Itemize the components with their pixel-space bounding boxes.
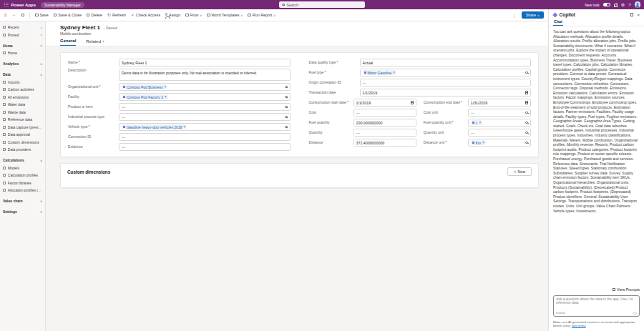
industrial-process-type-lookup[interactable]: --- <box>119 113 291 121</box>
evidence-input[interactable]: --- <box>119 143 291 151</box>
sidebar-group-home[interactable]: Home ∧ <box>0 41 45 49</box>
sidebar-item-custom-dimensions[interactable]: Custom dimensions <box>0 139 45 147</box>
quantity-unit-lookup[interactable]: --- <box>468 129 531 137</box>
sidebar-item-data-capture[interactable]: Data capture (preview) <box>0 124 45 132</box>
sidebar-item-factor-libraries[interactable]: Factor libraries <box>0 179 45 187</box>
waffle-menu-icon[interactable] <box>4 2 9 7</box>
remove-value-icon[interactable]: × <box>183 125 185 129</box>
delete-button[interactable]: Delete <box>87 13 102 17</box>
sidebar-item-carbon-activities[interactable]: Carbon activities <box>0 86 45 94</box>
word-templates-button[interactable]: Word Templates∨ <box>207 13 243 17</box>
tab-chat[interactable]: Chat <box>553 19 563 26</box>
refresh-button[interactable]: ↻Refresh <box>107 13 126 17</box>
lookup-chip[interactable]: L× <box>471 120 482 125</box>
lookup-chip[interactable]: Motor Gasoline× <box>363 70 396 75</box>
sidebar-item-calculation-profiles[interactable]: Calculation profiles <box>0 172 45 179</box>
remove-value-icon[interactable]: × <box>479 121 481 124</box>
view-prompts-button[interactable]: View Prompts <box>613 287 640 292</box>
new-button[interactable]: + New <box>507 167 532 176</box>
share-button[interactable]: Share∨ <box>522 11 544 19</box>
data-quality-type-select[interactable]: Actual <box>360 59 532 66</box>
assign-button[interactable]: Assign <box>165 13 180 17</box>
calendar-icon[interactable] <box>525 101 528 104</box>
brand-label[interactable]: Power Apps <box>11 3 36 7</box>
description-input[interactable]: Demo data is for illustration purposes o… <box>119 69 291 81</box>
save-button[interactable]: Save <box>35 13 49 17</box>
calendar-icon[interactable] <box>525 91 528 94</box>
close-icon[interactable]: × <box>637 13 640 17</box>
remove-value-icon[interactable]: × <box>164 85 166 89</box>
fuel-type-lookup[interactable]: Motor Gasoline× <box>360 69 532 76</box>
chevron-down-icon[interactable]: ∨ <box>40 33 42 36</box>
lookup-chip[interactable]: Contoso Pod Business× <box>122 84 167 89</box>
app-name-chip[interactable]: Sustainability Manager <box>41 2 84 8</box>
run-report-button[interactable]: Run Report∨ <box>248 13 275 17</box>
sidebar-group-value-chain[interactable]: Value chain ∨ <box>0 197 45 205</box>
collapse-sidebar-button[interactable]: ≡ <box>4 13 7 17</box>
sidebar-item-pinned[interactable]: Pinned ∨ <box>0 31 45 39</box>
chevron-down-icon[interactable]: ∨ <box>40 26 42 29</box>
sidebar-item-data-approval[interactable]: Data approval <box>0 131 45 139</box>
back-button[interactable]: ← <box>12 13 16 17</box>
search-icon[interactable] <box>525 132 528 134</box>
calendar-icon[interactable] <box>411 101 414 104</box>
cost-input[interactable]: --- <box>353 109 416 117</box>
sidebar-item-water-data[interactable]: Water data <box>0 101 45 109</box>
search-icon[interactable] <box>285 96 288 99</box>
distance-unit-lookup[interactable]: Km× <box>468 139 531 147</box>
new-look-toggle[interactable] <box>603 3 610 7</box>
sidebar-group-settings[interactable]: Settings ∨ <box>0 208 45 216</box>
fuel-quantity-input[interactable]: 200.000000000 <box>353 119 416 127</box>
fuel-quantity-unit-lookup[interactable]: L× <box>468 119 531 127</box>
account-avatar[interactable] <box>635 1 641 8</box>
global-search-input[interactable]: Search <box>279 1 365 8</box>
quantity-input[interactable]: --- <box>353 129 416 137</box>
sidebar-item-all-emissions[interactable]: All emissions <box>0 94 45 102</box>
sidebar-group-analytics[interactable]: Analytics ∨ <box>0 60 45 68</box>
lookup-chip[interactable]: Km× <box>471 140 486 145</box>
tab-general[interactable]: General <box>60 39 76 46</box>
sidebar-item-models[interactable]: Models <box>0 164 45 172</box>
origin-correlation-id-input[interactable]: --- <box>360 79 532 87</box>
sidebar-group-calculations[interactable]: Calculations ∧ <box>0 157 45 164</box>
settings-gear-icon[interactable]: ⚙ <box>621 3 625 7</box>
consumption-start-date-input[interactable]: 1/1/2019 <box>353 99 416 107</box>
lookup-chip[interactable]: Contoso Pod Factory 2× <box>122 94 168 99</box>
product-or-item-lookup[interactable]: --- <box>119 103 291 111</box>
search-icon[interactable] <box>525 71 528 74</box>
tab-related[interactable]: Related ∨ <box>86 39 104 46</box>
name-input[interactable]: Sydney Fleet 1 <box>119 59 291 66</box>
sidebar-group-data[interactable]: Data ∧ <box>0 71 45 79</box>
remove-value-icon[interactable]: × <box>165 95 167 99</box>
sidebar-item-imports[interactable]: Imports <box>0 79 45 87</box>
save-and-close-button[interactable]: Save & Close <box>54 13 82 17</box>
facility-lookup[interactable]: Contoso Pod Factory 2× <box>119 93 291 101</box>
show-as-button[interactable] <box>21 14 25 17</box>
flow-button[interactable]: Flow∨ <box>185 13 202 17</box>
send-icon[interactable]: ▷ <box>633 311 637 315</box>
transaction-date-input[interactable]: 1/1/2019 <box>360 89 532 97</box>
sidebar-item-allocation-profiles[interactable]: Allocation profiles (p... <box>0 187 45 194</box>
consumption-end-date-input[interactable]: 1/31/2019 <box>468 99 531 107</box>
distance-input[interactable]: 372.4000000000 <box>353 139 416 147</box>
search-icon[interactable] <box>285 86 288 89</box>
search-icon[interactable] <box>525 122 528 124</box>
search-icon[interactable] <box>525 142 528 144</box>
more-commands-button[interactable]: ⋮ <box>512 13 517 18</box>
search-icon[interactable] <box>285 116 288 119</box>
sidebar-item-waste-data[interactable]: Waste data <box>0 109 45 117</box>
open-in-window-icon[interactable] <box>630 13 633 16</box>
remove-value-icon[interactable]: × <box>393 71 395 74</box>
sidebar-item-recent[interactable]: Recent ∨ <box>0 24 45 31</box>
search-icon[interactable] <box>285 126 288 129</box>
sidebar-item-home[interactable]: Home <box>0 49 45 57</box>
copilot-question-input[interactable] <box>556 297 637 308</box>
cost-unit-lookup[interactable]: --- <box>468 109 531 117</box>
sidebar-item-reference-data[interactable]: Reference data <box>0 116 45 124</box>
organizational-unit-lookup[interactable]: Contoso Pod Business× <box>119 83 291 91</box>
check-access-button[interactable]: ✓Check Access <box>131 13 160 17</box>
remove-value-icon[interactable]: × <box>482 141 484 144</box>
search-icon[interactable] <box>285 106 288 109</box>
sidebar-item-data-providers[interactable]: Data providers <box>0 146 45 154</box>
vehicle-type-lookup[interactable]: Gasoline heavy-duty vehicles 2018× <box>119 123 291 131</box>
